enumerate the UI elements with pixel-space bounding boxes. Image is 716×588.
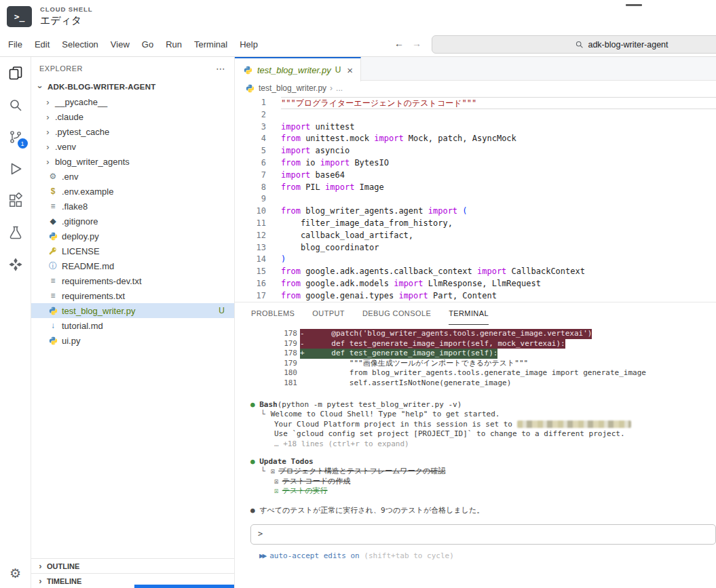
activity-gemini-button[interactable] (0, 248, 31, 280)
more-actions-icon[interactable]: ⋯ (216, 63, 226, 74)
git-icon: ◆ (48, 216, 58, 227)
prompt-glyph: > (258, 529, 263, 539)
code-line[interactable]: 3import unittest (235, 121, 716, 134)
expand-hint[interactable]: … +18 lines (ctrl+r to expand) (250, 439, 716, 450)
code-line[interactable]: 2 (235, 109, 716, 121)
activity-run-debug-button[interactable] (0, 153, 31, 184)
tree-item-license[interactable]: LICENSE (31, 243, 234, 258)
breadcrumb-file[interactable]: test_blog_writer.py (259, 83, 326, 93)
files-icon (7, 65, 24, 81)
tree-item-venv[interactable]: ›.venv (31, 139, 234, 154)
code-line[interactable]: 8from PIL import Image (235, 182, 716, 194)
bottom-panel: PROBLEMSOUTPUTDEBUG CONSOLETERMINAL 178-… (235, 302, 716, 588)
tree-item-pytest-cache[interactable]: ›.pytest_cache (31, 124, 234, 139)
code-line[interactable]: 1"""ブログライターエージェントのテストコード""" (235, 97, 716, 109)
menu-selection[interactable]: Selection (56, 37, 104, 52)
panel-tab-terminal[interactable]: TERMINAL (449, 302, 489, 325)
extensions-icon (7, 193, 24, 209)
panel-tabs: PROBLEMSOUTPUTDEBUG CONSOLETERMINAL (235, 302, 716, 325)
tree-item-pycache[interactable]: ›__pycache__ (31, 94, 234, 109)
tree-item-requirements-dev-txt[interactable]: ≡requirements-dev.txt (31, 273, 234, 288)
list-icon: ≡ (48, 275, 58, 286)
project-search-box[interactable]: adk-blog-writer-agent (432, 35, 716, 54)
back-arrow-icon[interactable]: ← (394, 38, 404, 49)
activity-explorer-button[interactable] (0, 57, 31, 89)
activity-search-button[interactable] (0, 89, 31, 121)
auto-accept-status[interactable]: ▶▶auto-accept edits on (shift+tab to cyc… (250, 551, 716, 562)
page-title: エディタ (40, 14, 92, 27)
panel-tab-debug-console[interactable]: DEBUG CONSOLE (362, 302, 431, 325)
code-line[interactable]: 13 blog_coordinator (235, 242, 716, 254)
activity-extensions-button[interactable] (0, 184, 31, 216)
panel-tab-output[interactable]: OUTPUT (312, 302, 345, 325)
menu-run[interactable]: Run (159, 37, 188, 52)
code-line[interactable]: 5import asyncio (235, 145, 716, 157)
menu-edit[interactable]: Edit (29, 37, 56, 52)
code-line[interactable]: 12 callback_load_artifact, (235, 230, 716, 242)
code-line[interactable]: 10from blog_writer_agents.agent import ( (235, 205, 716, 218)
tree-item-blog-writer-agents[interactable]: ›blog_writer_agents (31, 154, 234, 169)
tree-item-env[interactable]: ⚙.env (31, 169, 234, 184)
auto-accept-hint: (shift+tab to cycle) (364, 551, 453, 560)
menu-go[interactable]: Go (136, 37, 159, 52)
diff-line-number: 179 (250, 339, 297, 349)
code-editor[interactable]: 1"""ブログライターエージェントのテストコード"""23import unit… (235, 96, 716, 302)
tool-bullet-icon: ● (250, 457, 255, 466)
minimize-dash[interactable] (626, 4, 642, 6)
menu-help[interactable]: Help (233, 37, 264, 52)
diff-line-added: 178+ def test_generate_image_import(self… (250, 349, 716, 359)
menu-file[interactable]: File (2, 37, 29, 52)
tree-item-requirements-txt[interactable]: ≡requirements.txt (31, 288, 234, 303)
tree-item-gitignore[interactable]: ◆.gitignore (31, 214, 234, 229)
tree-item-ui-py[interactable]: ui.py (31, 333, 234, 348)
tree-item-tutorial-md[interactable]: ↓tutorial.md (31, 318, 234, 333)
code-line[interactable]: 6from io import BytesIO (235, 157, 716, 170)
outline-section[interactable]: › OUTLINE (31, 558, 234, 573)
list-icon: ≡ (48, 290, 58, 301)
code-line[interactable]: 9 (235, 193, 716, 205)
code-line[interactable]: 14) (235, 254, 716, 266)
breadcrumb-more[interactable]: ... (336, 83, 343, 93)
chevron-right-icon: › (37, 561, 44, 571)
settings-gear-button[interactable]: ⚙ (0, 558, 31, 588)
tree-item-env-example[interactable]: $.env.example (31, 184, 234, 199)
code-line[interactable]: 11 filter_image_data_from_history, (235, 218, 716, 230)
close-icon[interactable]: × (347, 64, 353, 76)
tree-root-folder[interactable]: ›ADK-BLOG-WRITER-AGENT (31, 79, 234, 94)
code-line[interactable]: 15from google.adk.agents.callback_contex… (235, 266, 716, 278)
code-line[interactable]: 4from unittest.mock import Mock, patch, … (235, 133, 716, 145)
message-bullet-icon: ● (250, 506, 255, 515)
tree-item-test-blog-writer-py[interactable]: test_blog_writer.pyU (31, 303, 234, 318)
todo-item: └☒プロジェクト構造とテストフレームワークの確認 (250, 467, 716, 477)
terminal-prompt-input[interactable]: > (250, 524, 716, 545)
code-line[interactable]: 16from google.adk.models import LlmRespo… (235, 278, 716, 290)
menu-terminal[interactable]: Terminal (188, 37, 233, 52)
update-todos-block: ● Update Todos └☒プロジェクト構造とテストフレームワークの確認☒… (250, 457, 716, 496)
panel-tab-problems[interactable]: PROBLEMS (251, 302, 295, 325)
tab-test-blog-writer-py[interactable]: test_blog_writer.py U × (235, 57, 361, 81)
activity-testing-button[interactable] (0, 216, 31, 248)
tab-label: test_blog_writer.py (257, 65, 331, 75)
code-line[interactable]: 7import base64 (235, 170, 716, 182)
tree-item-deploy-py[interactable]: deploy.py (31, 229, 234, 243)
diff-line-removed: 179- def test_generate_image_import(self… (250, 339, 716, 349)
connector-icon: └ (261, 467, 265, 475)
line-number: 4 (235, 133, 281, 145)
explorer-header: EXPLORER ⋯ (31, 57, 234, 79)
code-line[interactable]: 17from google.genai.types import Part, C… (235, 290, 716, 302)
terminal-prompt-glyph: >_ (14, 12, 25, 22)
tree-item-readme-md[interactable]: ⓘREADME.md (31, 258, 234, 273)
explorer-sidebar: EXPLORER ⋯ ›ADK-BLOG-WRITER-AGENT›__pyca… (31, 57, 235, 588)
search-icon (7, 97, 24, 113)
menu-view[interactable]: View (105, 37, 136, 52)
chevron-right-icon: › (44, 127, 52, 137)
terminal[interactable]: 178- @patch('blog_writer_agents.tools.ge… (235, 325, 716, 588)
tree-item-flake8[interactable]: ≡.flake8 (31, 199, 234, 214)
breadcrumb[interactable]: test_blog_writer.py › ... (235, 81, 716, 96)
line-number: 13 (235, 242, 281, 254)
activity-source-control-button[interactable]: 1 (0, 121, 31, 153)
forward-arrow-icon[interactable]: → (412, 38, 421, 49)
python-icon (242, 64, 253, 75)
todo-item: ☒テストの実行 (250, 486, 716, 496)
tree-item-claude[interactable]: ›.claude (31, 109, 234, 124)
